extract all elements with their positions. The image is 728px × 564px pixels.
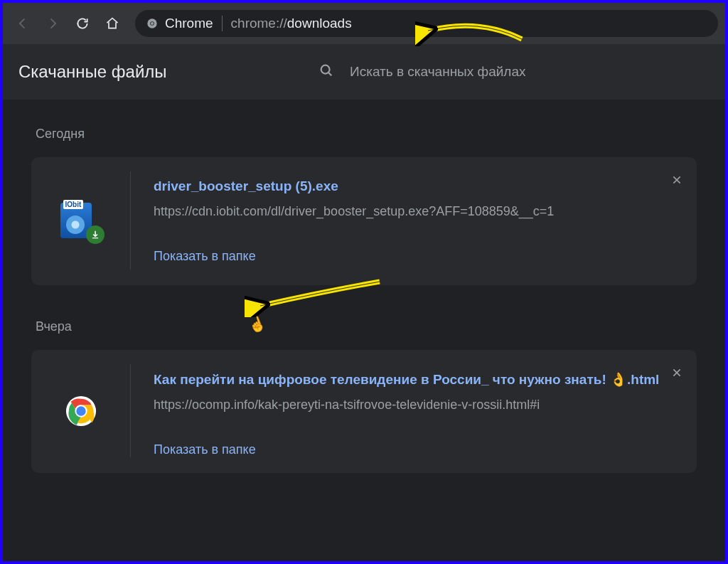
forward-button[interactable] (40, 11, 65, 36)
download-filename-link[interactable]: Как перейти на цифровое телевидение в Ро… (154, 371, 670, 388)
download-filename-link[interactable]: driver_booster_setup (5).exe (154, 179, 670, 194)
address-bar[interactable]: Chrome chrome://downloads (135, 10, 718, 37)
remove-download-button[interactable] (671, 367, 682, 382)
section-yesterday: Вчера (3, 299, 725, 350)
back-button[interactable] (10, 11, 36, 36)
chrome-html-icon (65, 395, 97, 427)
svg-point-3 (321, 65, 330, 74)
downloads-header: Скачанные файлы (3, 44, 725, 100)
search-input[interactable] (350, 64, 702, 80)
card-body: Как перейти на цифровое телевидение в Ро… (131, 364, 684, 457)
download-url: https://cdn.iobit.com/dl/driver_booster_… (154, 204, 670, 219)
card-icon-column (31, 364, 131, 457)
svg-point-2 (151, 22, 154, 25)
reload-button[interactable] (70, 11, 95, 36)
remove-download-button[interactable] (671, 174, 682, 189)
url-path: downloads (287, 16, 352, 31)
svg-line-4 (328, 73, 331, 75)
page-title: Скачанные файлы (18, 62, 167, 82)
card-icon-column: IObit (31, 171, 131, 270)
section-today: Сегодня (3, 107, 725, 157)
download-url: https://ocomp.info/kak-pereyti-na-tsifro… (154, 398, 670, 413)
omnibox-chrome-label: Chrome (165, 16, 213, 31)
search-wrap (318, 63, 702, 81)
svg-rect-5 (92, 238, 97, 238)
show-in-folder-link[interactable]: Показать в папке (154, 249, 256, 263)
omnibox-separator (222, 16, 223, 31)
download-card: IObit driver_booster_setup (5).exe https… (31, 157, 697, 285)
chrome-chip-icon (146, 18, 158, 29)
show-in-folder-link[interactable]: Показать в папке (154, 442, 256, 457)
omnibox-url: chrome://downloads (231, 16, 352, 31)
download-card: Как перейти на цифровое телевидение в Ро… (31, 350, 697, 473)
browser-toolbar: Chrome chrome://downloads (3, 3, 725, 44)
home-button[interactable] (100, 11, 125, 36)
search-icon (318, 63, 334, 81)
url-scheme: chrome:// (231, 16, 287, 31)
iobit-installer-icon: IObit (60, 200, 102, 241)
downloads-content: Сегодня IObit driver_booster_setup (5).e… (3, 100, 725, 473)
card-body: driver_booster_setup (5).exe https://cdn… (131, 171, 684, 270)
